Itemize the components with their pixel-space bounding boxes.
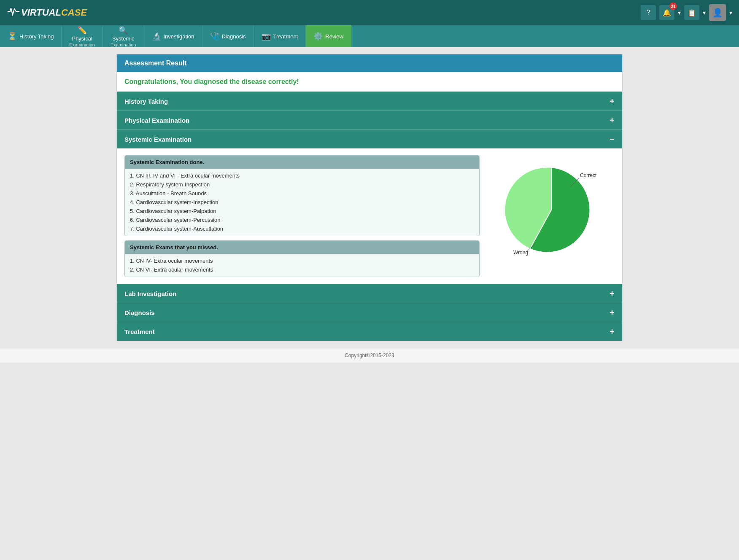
- nav-review[interactable]: ⚙️ Review: [306, 25, 351, 47]
- notification-button[interactable]: 🔔 21: [659, 5, 674, 20]
- avatar-image: 👤: [712, 8, 723, 18]
- help-button[interactable]: ?: [641, 5, 656, 20]
- systemic-expanded-content: Systemic Examination done. 1. CN III, IV…: [117, 148, 622, 284]
- section-lab-investigation-toggle: +: [610, 289, 615, 298]
- section-diagnosis-label: Diagnosis: [124, 309, 155, 316]
- section-diagnosis[interactable]: Diagnosis +: [117, 303, 622, 322]
- nav-physical-examination[interactable]: ✏️ Physical Examination: [62, 25, 103, 47]
- assessment-header-title: Assessment Result: [124, 59, 187, 67]
- notes-icon: 📋: [688, 9, 696, 17]
- list-item: 1. CN IV- Extra ocular movements: [130, 256, 474, 265]
- stethoscope-icon: 🩺: [210, 32, 219, 41]
- list-item: 7. Cardiovascular system-Auscultation: [130, 224, 474, 233]
- copyright-text: Copyright©2015-2023: [345, 353, 394, 358]
- nav-treatment[interactable]: 📷 Treatment: [254, 25, 306, 47]
- app-header: VIRTUAL CASE ? 🔔 21 ▾ 📋 ▾ 👤 ▾: [0, 0, 739, 25]
- nav-investigation-label: Investigation: [164, 33, 194, 40]
- section-diagnosis-toggle: +: [610, 308, 615, 317]
- systemic-missed-table: Systemic Exams that you missed. 1. CN IV…: [124, 240, 480, 277]
- notification-arrow[interactable]: ▾: [678, 9, 681, 16]
- section-history-taking-toggle: +: [610, 97, 615, 105]
- section-lab-investigation-label: Lab Investigation: [124, 290, 176, 297]
- systemic-done-body: 1. CN III, IV and VI - Extra ocular move…: [125, 169, 479, 236]
- user-avatar[interactable]: 👤: [709, 4, 726, 21]
- nav-history-taking[interactable]: ⏳ History Taking: [0, 25, 62, 47]
- section-systemic-examination-toggle: −: [610, 135, 615, 143]
- section-physical-examination-toggle: +: [610, 116, 615, 124]
- list-item: 1. CN III, IV and VI - Extra ocular move…: [130, 171, 474, 180]
- app-logo: VIRTUAL CASE: [7, 5, 87, 21]
- section-physical-examination[interactable]: Physical Examination +: [117, 110, 622, 129]
- section-physical-examination-label: Physical Examination: [124, 117, 189, 124]
- systemic-done-header-text: Systemic Examination done.: [130, 159, 204, 165]
- section-treatment-toggle: +: [610, 327, 615, 336]
- section-treatment[interactable]: Treatment +: [117, 322, 622, 341]
- nav-diagnosis-label: Diagnosis: [222, 33, 246, 40]
- nav-treatment-label: Treatment: [273, 33, 298, 40]
- search-icon: 🔍: [119, 26, 128, 35]
- pie-chart-svg: Correct Wrong: [496, 155, 606, 265]
- nav-diagnosis[interactable]: 🩺 Diagnosis: [202, 25, 254, 47]
- systemic-right-panel: Correct Wrong: [488, 155, 615, 265]
- nav-investigation[interactable]: 🔬 Investigation: [144, 25, 202, 47]
- header-icons: ? 🔔 21 ▾ 📋 ▾ 👤 ▾: [641, 4, 732, 21]
- assessment-header: Assessment Result: [117, 54, 622, 72]
- list-item: 3. Auscultation - Breath Sounds: [130, 189, 474, 198]
- list-item: 6. Cardiovascular system-Percussion: [130, 215, 474, 224]
- systemic-missed-body: 1. CN IV- Extra ocular movements 2. CN V…: [125, 254, 479, 277]
- main-content: Assessment Result Congratulations, You d…: [116, 54, 623, 341]
- section-systemic-examination-label: Systemic Examination: [124, 136, 191, 143]
- pie-chart: Correct Wrong: [496, 155, 606, 265]
- nav-systemic-examination[interactable]: 🔍 Systemic Examination: [103, 25, 144, 47]
- correct-label-text: Correct: [580, 172, 597, 178]
- systemic-missed-header: Systemic Exams that you missed.: [125, 241, 479, 254]
- page-footer: Copyright©2015-2023: [0, 348, 739, 363]
- question-icon: ?: [647, 9, 650, 16]
- section-history-taking-label: History Taking: [124, 98, 168, 105]
- main-navbar: ⏳ History Taking ✏️ Physical Examination…: [0, 25, 739, 47]
- section-treatment-label: Treatment: [124, 328, 155, 335]
- list-item: 2. CN VI- Extra ocular movements: [130, 265, 474, 274]
- ecg-icon: [7, 5, 20, 21]
- pencil-icon: ✏️: [78, 26, 87, 35]
- congratulations-text: Congratulations, You diagnosed the disea…: [117, 72, 622, 92]
- nav-systemic-label: Systemic: [112, 35, 135, 42]
- congratulations-message: Congratulations, You diagnosed the disea…: [124, 78, 299, 85]
- nav-review-label: Review: [325, 33, 343, 40]
- nav-physical-sub-label: Examination: [69, 42, 95, 47]
- section-systemic-examination[interactable]: Systemic Examination −: [117, 129, 622, 148]
- list-item: 4. Cardiovascular system-Inspection: [130, 198, 474, 207]
- microscope-icon: 🔬: [152, 32, 161, 41]
- avatar-arrow[interactable]: ▾: [729, 9, 732, 16]
- logo-case: CASE: [61, 7, 87, 18]
- camera-icon: 📷: [262, 32, 271, 41]
- notes-arrow[interactable]: ▾: [703, 9, 706, 16]
- wrong-label-text: Wrong: [513, 250, 528, 256]
- systemic-left-panel: Systemic Examination done. 1. CN III, IV…: [124, 155, 480, 277]
- bell-icon: 🔔: [663, 9, 671, 17]
- section-history-taking[interactable]: History Taking +: [117, 92, 622, 110]
- nav-physical-label: Physical: [72, 35, 92, 42]
- nav-history-taking-label: History Taking: [19, 33, 54, 40]
- logo-virtual: VIRTUAL: [21, 7, 61, 18]
- list-item: 2. Respiratory system-Inspection: [130, 180, 474, 189]
- notification-badge: 21: [669, 3, 677, 10]
- gear-icon: ⚙️: [313, 32, 323, 41]
- systemic-done-header: Systemic Examination done.: [125, 156, 479, 169]
- nav-systemic-sub-label: Examination: [111, 42, 136, 47]
- systemic-done-table: Systemic Examination done. 1. CN III, IV…: [124, 155, 480, 236]
- systemic-missed-header-text: Systemic Exams that you missed.: [130, 244, 218, 250]
- hourglass-icon: ⏳: [8, 32, 17, 41]
- notes-button[interactable]: 📋: [684, 5, 699, 20]
- list-item: 5. Cardiovascular system-Palpation: [130, 207, 474, 215]
- section-lab-investigation[interactable]: Lab Investigation +: [117, 284, 622, 303]
